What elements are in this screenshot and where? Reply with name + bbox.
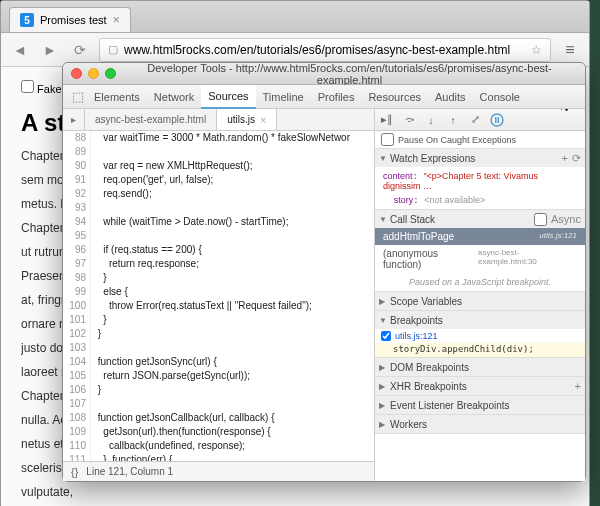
minimize-window-button[interactable] (88, 68, 99, 79)
source-status-bar: {} Line 121, Column 1 (63, 461, 374, 481)
breakpoint-code: storyDiv.appendChild(div); (375, 343, 585, 357)
browser-tab[interactable]: 5 Promises test × (9, 7, 131, 32)
navigator-toggle-icon[interactable]: ▸ (63, 109, 85, 130)
paused-message: Paused on a JavaScript breakpoint. (375, 273, 585, 291)
chevron-right-icon: ▶ (379, 297, 387, 306)
chevron-right-icon: ▶ (379, 420, 387, 429)
chevron-right-icon: ▶ (379, 363, 387, 372)
traffic-lights[interactable] (71, 68, 116, 79)
step-out-button[interactable]: ↑ (445, 112, 461, 128)
add-xhr-bp-icon[interactable]: + (575, 380, 581, 392)
pause-caught-checkbox[interactable] (381, 133, 394, 146)
add-watch-icon[interactable]: + (562, 152, 568, 165)
tab-sources[interactable]: Sources (201, 85, 255, 109)
svg-rect-1 (495, 117, 497, 123)
browser-tab-bar: 5 Promises test × (1, 1, 589, 33)
zoom-window-button[interactable] (105, 68, 116, 79)
favicon: 5 (20, 13, 34, 27)
bookmark-icon[interactable]: ☆ (531, 43, 542, 57)
source-tab-1[interactable]: async-best-example.html (85, 109, 217, 130)
close-icon[interactable]: × (260, 114, 266, 126)
source-file-tabs: ▸ async-best-example.html utils.js× (63, 109, 374, 131)
pause-caught-row[interactable]: Pause On Caught Exceptions (375, 131, 585, 149)
devtools-title: Developer Tools - http://www.html5rocks.… (122, 62, 577, 86)
url-input[interactable]: ▢ www.html5rocks.com/en/tutorials/es6/pr… (99, 38, 551, 62)
code-area[interactable]: var waitTime = 3000 * Math.random() * fa… (91, 131, 374, 461)
chevron-down-icon: ▼ (379, 215, 387, 224)
breakpoints-header[interactable]: ▼Breakpoints (375, 311, 585, 329)
line-gutter: 8889909192939495969798991001011021031041… (63, 131, 91, 461)
callstack-header[interactable]: ▼ Call Stack Async (375, 210, 585, 228)
tab-resources[interactable]: Resources (361, 85, 428, 109)
debug-pane: ▸∥ ⤼ ↓ ↑ ⤢ Pause On Caught Exceptions ▼ … (375, 109, 585, 481)
xhr-bp-header[interactable]: ▶XHR Breakpoints+ (375, 377, 585, 395)
source-tab-2[interactable]: utils.js× (217, 109, 277, 130)
devtools-window: Developer Tools - http://www.html5rocks.… (62, 62, 586, 482)
forward-button[interactable]: ► (39, 39, 61, 61)
reload-button[interactable]: ⟳ (69, 39, 91, 61)
code-editor[interactable]: 8889909192939495969798991001011021031041… (63, 131, 374, 461)
tab-timeline[interactable]: Timeline (256, 85, 311, 109)
back-button[interactable]: ◄ (9, 39, 31, 61)
step-into-button[interactable]: ↓ (423, 112, 439, 128)
scope-header[interactable]: ▶Scope Variables (375, 292, 585, 310)
dom-bp-header[interactable]: ▶DOM Breakpoints (375, 358, 585, 376)
deactivate-bp-button[interactable]: ⤢ (467, 112, 483, 128)
cursor-position: Line 121, Column 1 (86, 466, 173, 477)
chevron-down-icon: ▼ (379, 154, 387, 163)
close-window-button[interactable] (71, 68, 82, 79)
pretty-print-icon[interactable]: {} (71, 466, 78, 478)
breakpoint-row[interactable]: utils.js:121 (375, 329, 585, 343)
source-pane: ▸ async-best-example.html utils.js× 8889… (63, 109, 375, 481)
para: vulputate, (21, 485, 81, 499)
callstack-frame[interactable]: addHtmlToPage utils.js:121 (375, 228, 585, 245)
svg-point-0 (491, 114, 503, 126)
refresh-watch-icon[interactable]: ⟳ (572, 152, 581, 165)
workers-header[interactable]: ▶Workers (375, 415, 585, 433)
breakpoint-link[interactable]: utils.js:121 (395, 331, 438, 341)
tab-console[interactable]: Console (473, 85, 527, 109)
tab-profiles[interactable]: Profiles (311, 85, 362, 109)
devtools-titlebar[interactable]: Developer Tools - http://www.html5rocks.… (63, 63, 585, 85)
watch-row[interactable]: content: "<p>Chapter 5 text: Vivamus dig… (375, 169, 585, 193)
tab-title: Promises test (40, 14, 107, 26)
pause-exceptions-button[interactable] (489, 112, 505, 128)
inspect-icon[interactable]: ⬚ (69, 89, 87, 104)
tab-network[interactable]: Network (147, 85, 201, 109)
devtools-panel-tabs: ⬚ Elements Network Sources Timeline Prof… (63, 85, 585, 109)
page-icon: ▢ (108, 43, 118, 56)
chevron-down-icon: ▼ (379, 316, 387, 325)
cursor-icon (561, 109, 573, 112)
callstack-frame[interactable]: (anonymous function) async-best-example.… (375, 245, 585, 273)
watch-header[interactable]: ▼ Watch Expressions +⟳ (375, 149, 585, 167)
debug-toolbar: ▸∥ ⤼ ↓ ↑ ⤢ (375, 109, 585, 131)
svg-rect-2 (498, 117, 500, 123)
tab-audits[interactable]: Audits (428, 85, 473, 109)
close-icon[interactable]: × (113, 13, 120, 27)
evt-bp-header[interactable]: ▶Event Listener Breakpoints (375, 396, 585, 414)
tab-elements[interactable]: Elements (87, 85, 147, 109)
resume-button[interactable]: ▸∥ (379, 112, 395, 128)
watch-row[interactable]: story: <not available> (375, 193, 585, 207)
step-over-button[interactable]: ⤼ (401, 112, 417, 128)
chevron-right-icon: ▶ (379, 401, 387, 410)
menu-icon[interactable]: ≡ (559, 39, 581, 61)
chevron-right-icon: ▶ (379, 382, 387, 391)
breakpoint-checkbox[interactable] (381, 331, 391, 341)
async-checkbox[interactable] (534, 213, 547, 226)
url-text: www.html5rocks.com/en/tutorials/es6/prom… (124, 43, 510, 57)
